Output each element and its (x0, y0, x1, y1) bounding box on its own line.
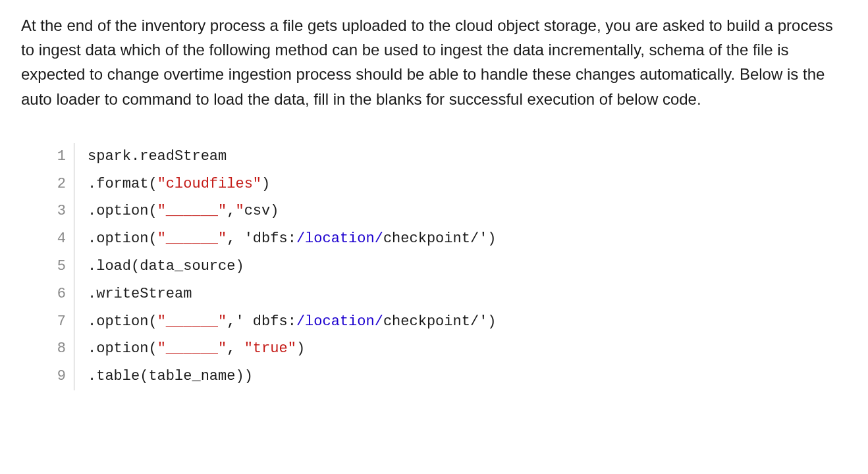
gutter-divider (74, 171, 74, 198)
gutter-divider (74, 335, 74, 363)
line-number: 4 (53, 225, 74, 253)
code-token: /location/ (296, 230, 383, 247)
code-line: 6.writeStream (53, 280, 847, 308)
code-token: "true" (244, 340, 296, 357)
code-line: 9.table(table_name)) (53, 363, 847, 390)
line-number: 1 (53, 143, 74, 171)
line-number: 5 (53, 253, 74, 280)
code-content: .option("______","csv) (88, 198, 279, 225)
gutter-divider (74, 280, 74, 308)
code-token: " (235, 203, 244, 219)
question-paragraph: At the end of the inventory process a fi… (21, 13, 847, 111)
code-content: .option("______", "true") (88, 335, 305, 363)
code-token: /location/ (296, 313, 383, 330)
code-content: .option("______",' dbfs:/location/checkp… (88, 308, 497, 336)
code-token: .load(data_source) (88, 258, 244, 275)
code-token: .option( (88, 230, 157, 247)
gutter-divider (74, 308, 74, 336)
code-token: .option( (88, 340, 157, 357)
code-token: ) (296, 340, 305, 357)
gutter-divider (74, 363, 74, 390)
code-line: 8.option("______", "true") (53, 335, 847, 363)
code-token: "cloudfiles" (157, 176, 261, 192)
line-number: 6 (53, 280, 74, 308)
gutter-divider (74, 225, 74, 253)
code-content: .table(table_name)) (88, 363, 253, 390)
code-token: .option( (88, 203, 157, 219)
code-token: .option( (88, 313, 157, 330)
code-token: , (227, 203, 235, 219)
code-token: csv) (244, 203, 279, 219)
code-block: 1spark.readStream2.format("cloudfiles")3… (53, 143, 847, 390)
gutter-divider (74, 253, 74, 280)
code-content: .load(data_source) (88, 253, 244, 280)
code-content: .writeStream (88, 280, 192, 308)
code-content: .format("cloudfiles") (88, 171, 270, 198)
code-line: 7.option("______",' dbfs:/location/check… (53, 308, 847, 336)
code-line: 5.load(data_source) (53, 253, 847, 280)
code-token: .format( (88, 176, 157, 192)
code-token: spark.readStream (88, 148, 227, 165)
line-number: 9 (53, 363, 74, 390)
line-number: 2 (53, 171, 74, 198)
code-line: 3.option("______","csv) (53, 198, 847, 225)
code-token: "______" (157, 230, 227, 247)
code-line: 2.format("cloudfiles") (53, 171, 847, 198)
code-token: .table(table_name)) (88, 368, 253, 384)
code-token: , 'dbfs: (227, 230, 296, 247)
gutter-divider (74, 198, 74, 225)
code-content: spark.readStream (88, 143, 227, 171)
line-number: 3 (53, 198, 74, 225)
code-token: checkpoint/') (383, 313, 497, 330)
code-token: ,' dbfs: (227, 313, 296, 330)
code-line: 1spark.readStream (53, 143, 847, 171)
line-number: 7 (53, 308, 74, 336)
code-token: ) (261, 176, 270, 192)
code-token: "______" (157, 203, 227, 219)
code-token: .writeStream (88, 286, 192, 302)
code-token: , (227, 340, 244, 357)
code-token: "______" (157, 340, 227, 357)
code-token: "______" (157, 313, 227, 330)
code-line: 4.option("______", 'dbfs:/location/check… (53, 225, 847, 253)
line-number: 8 (53, 335, 74, 363)
code-token: checkpoint/') (383, 230, 497, 247)
gutter-divider (74, 143, 74, 171)
code-content: .option("______", 'dbfs:/location/checkp… (88, 225, 497, 253)
